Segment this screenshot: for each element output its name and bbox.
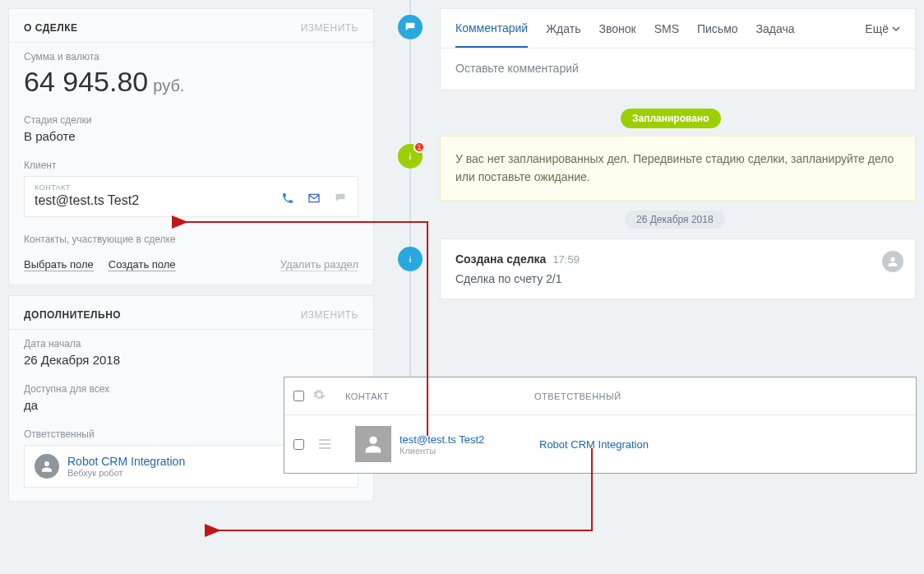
info-icon: 1 <box>398 144 423 169</box>
date-chip: 26 Декабря 2018 <box>625 211 725 229</box>
person-icon <box>355 426 391 462</box>
select-field-link[interactable]: Выбрать поле <box>24 258 94 271</box>
comment-bubble-icon <box>398 15 423 39</box>
avatar-icon <box>882 251 903 272</box>
client-contact-card[interactable]: КОНТАКТ test@test.ts Test2 <box>24 176 358 217</box>
avatar-icon <box>35 454 59 479</box>
additional-title: ДОПОЛНИТЕЛЬНО <box>24 309 121 321</box>
event-title: Создана сделка <box>455 252 546 266</box>
info-icon <box>398 247 423 271</box>
stage-value: В работе <box>24 129 358 143</box>
comment-input[interactable]: Оставьте комментарий <box>441 49 915 88</box>
create-field-link[interactable]: Создать поле <box>109 258 176 271</box>
start-date-value: 26 Декабря 2018 <box>24 353 358 367</box>
planned-pill: Запланировано <box>621 109 721 128</box>
responsible-name: Robot CRM Integration <box>67 455 185 468</box>
activity-tabs-panel: Комментарий Ждать Звонок SMS Письмо Зада… <box>440 8 916 90</box>
select-all-checkbox[interactable] <box>293 391 304 401</box>
participants-label: Контакты, участвующие в сделке <box>9 227 373 255</box>
amount-value: 64 945.80 <box>24 66 148 97</box>
tab-call[interactable]: Звонок <box>598 11 635 47</box>
tab-wait[interactable]: Ждать <box>546 11 580 47</box>
start-date-label: Дата начала <box>24 338 358 349</box>
drag-handle-icon[interactable] <box>312 439 337 449</box>
sum-label: Сумма и валюта <box>24 51 358 62</box>
about-edit-link[interactable]: ИЗМЕНИТЬ <box>301 22 358 34</box>
row-contact-sub: Клиенты <box>400 446 539 456</box>
timeline-line <box>409 0 411 387</box>
row-responsible-name[interactable]: Robot CRM Integration <box>539 438 649 451</box>
contacts-table: КОНТАКТ ОТВЕТСТВЕННЫЙ test@test.ts Test2… <box>284 377 917 474</box>
chat-icon[interactable] <box>333 192 348 207</box>
tab-task[interactable]: Задача <box>756 11 795 47</box>
chevron-down-icon <box>892 25 900 33</box>
delete-section-link[interactable]: Удалить раздел <box>280 258 358 271</box>
currency-value: руб. <box>153 76 184 95</box>
contact-type: КОНТАКТ <box>35 183 348 192</box>
row-contact-name[interactable]: test@test.ts Test2 <box>400 433 539 446</box>
planned-warning: У вас нет запланированных дел. Передвинь… <box>440 136 916 201</box>
stage-label: Стадия сделки <box>24 114 358 126</box>
row-checkbox[interactable] <box>293 439 304 450</box>
event-body: Сделка по счету 2/1 <box>455 272 900 285</box>
col-responsible: ОТВЕТСТВЕННЫЙ <box>526 391 630 401</box>
col-contact: КОНТАКТ <box>337 391 526 401</box>
mail-icon[interactable] <box>307 192 321 207</box>
notification-badge: 1 <box>413 141 425 153</box>
tab-sms[interactable]: SMS <box>654 11 679 47</box>
responsible-sub: Вебхук робот <box>67 468 185 478</box>
additional-edit-link[interactable]: ИЗМЕНИТЬ <box>301 309 358 321</box>
event-card: Создана сделка 17:59 Сделка по счету 2/1 <box>440 238 916 299</box>
tab-letter[interactable]: Письмо <box>697 11 738 47</box>
event-time: 17:59 <box>552 253 580 266</box>
client-label: Клиент <box>24 160 358 171</box>
phone-icon[interactable] <box>280 192 295 207</box>
tab-more[interactable]: Ещё <box>865 11 900 47</box>
tab-comment[interactable]: Комментарий <box>455 10 528 48</box>
about-title: О СДЕЛКЕ <box>24 22 77 34</box>
about-deal-card: О СДЕЛКЕ ИЗМЕНИТЬ Сумма и валюта 64 945.… <box>8 8 374 285</box>
table-row[interactable]: test@test.ts Test2 Клиенты Robot CRM Int… <box>284 415 916 473</box>
gear-icon[interactable] <box>312 388 337 404</box>
